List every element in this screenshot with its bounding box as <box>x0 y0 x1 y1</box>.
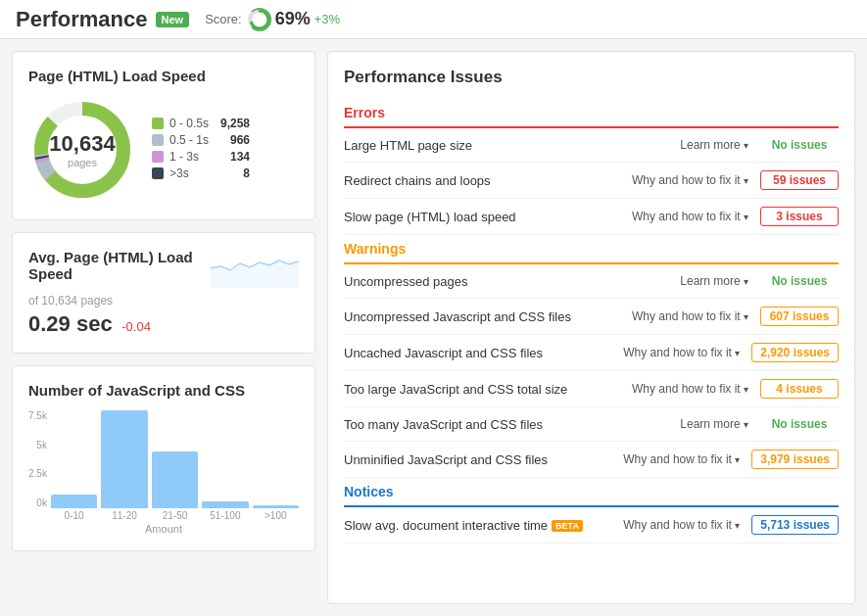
issue-link[interactable]: Why and how to fix it ▾ <box>623 518 740 532</box>
chevron-down-icon: ▾ <box>744 212 748 222</box>
issue-link[interactable]: Learn more ▾ <box>680 417 748 431</box>
bar-x-label: 0-10 <box>51 510 97 521</box>
issue-link[interactable]: Why and how to fix it ▾ <box>632 210 748 223</box>
bar-chart-area: 7.5k5k2.5k0k 0-1011-2021-5051-100>100 Am… <box>28 410 299 535</box>
legend-value: 9,258 <box>215 117 250 130</box>
chevron-down-icon: ▾ <box>735 348 740 358</box>
y-label: 7.5k <box>28 410 47 421</box>
issue-badge[interactable]: 59 issues <box>760 170 839 190</box>
legend-value: 966 <box>215 133 250 147</box>
issue-badge[interactable]: 2,920 issues <box>751 343 839 362</box>
bar <box>253 505 299 508</box>
issue-row: Slow avg. document interactive timeBETAW… <box>344 507 839 544</box>
issue-badge[interactable]: 3 issues <box>760 207 839 226</box>
issue-row: Large HTML page sizeLearn more ▾No issue… <box>344 128 839 163</box>
sparkline-wrap <box>211 249 299 291</box>
chevron-down-icon: ▾ <box>744 311 748 322</box>
issue-row: Redirect chains and loopsWhy and how to … <box>344 163 839 199</box>
issue-badge[interactable]: No issues <box>760 136 839 154</box>
bar-x-label: 51-100 <box>202 510 248 521</box>
avg-speed-title: Avg. Page (HTML) Load Speed <box>28 249 211 282</box>
donut-pages-label: pages <box>49 157 115 168</box>
legend-item: 1 - 3s 134 <box>152 150 250 164</box>
load-speed-title: Page (HTML) Load Speed <box>28 68 299 84</box>
left-panel: Page (HTML) Load Speed <box>12 51 315 604</box>
issue-name: Large HTML page size <box>344 138 680 153</box>
beta-badge: BETA <box>552 520 583 532</box>
sparkline-chart <box>211 249 299 288</box>
issue-row: Unminified JavaScript and CSS filesWhy a… <box>344 442 839 478</box>
issue-link[interactable]: Why and how to fix it ▾ <box>632 309 748 323</box>
issue-badge[interactable]: No issues <box>760 415 839 433</box>
issue-row: Uncompressed Javascript and CSS filesWhy… <box>344 299 839 335</box>
y-label: 2.5k <box>28 468 47 479</box>
chevron-down-icon: ▾ <box>735 454 740 465</box>
issue-name: Uncompressed pages <box>344 274 680 289</box>
score-percentage: 69% <box>275 9 311 29</box>
issues-section: WarningsUncompressed pagesLearn more ▾No… <box>344 235 839 478</box>
top-bar: Performance New Score: 69% +3% <box>0 0 867 39</box>
x-axis-label: Amount <box>28 523 299 535</box>
issues-section: ErrorsLarge HTML page sizeLearn more ▾No… <box>344 99 839 235</box>
y-label: 5k <box>28 440 47 450</box>
perf-issues-title: Performance Issues <box>344 68 839 87</box>
issue-badge[interactable]: No issues <box>760 272 839 290</box>
avg-delta: -0.04 <box>121 319 151 334</box>
issue-row: Too many JavaScript and CSS filesLearn m… <box>344 407 839 442</box>
chevron-down-icon: ▾ <box>735 520 740 531</box>
issue-row: Uncompressed pagesLearn more ▾No issues <box>344 264 839 299</box>
section-header: Errors <box>344 99 839 128</box>
issue-name: Too large JavaScript and CSS total size <box>344 382 632 397</box>
legend-dot <box>152 151 164 163</box>
donut-center: 10,634 pages <box>49 131 115 168</box>
issue-badge[interactable]: 3,979 issues <box>751 450 839 469</box>
y-label: 0k <box>28 498 47 508</box>
bar-x-label: 21-50 <box>152 510 198 521</box>
legend-label: 0 - 0.5s <box>169 117 209 130</box>
legend-item: 0.5 - 1s 966 <box>152 133 250 147</box>
legend-dot <box>152 134 164 146</box>
chevron-down-icon: ▾ <box>744 419 748 430</box>
main-content: Page (HTML) Load Speed <box>0 39 867 616</box>
chevron-down-icon: ▾ <box>744 276 748 287</box>
bar <box>152 451 198 508</box>
score-delta: +3% <box>314 12 340 26</box>
issue-name: Uncached Javascript and CSS files <box>344 346 623 360</box>
legend-item: 0 - 0.5s 9,258 <box>152 117 250 130</box>
issue-link[interactable]: Why and how to fix it ▾ <box>632 173 748 187</box>
legend-dot <box>152 118 164 129</box>
issue-link[interactable]: Learn more ▾ <box>680 138 748 152</box>
bar <box>51 495 97 508</box>
issues-container: ErrorsLarge HTML page sizeLearn more ▾No… <box>344 99 839 544</box>
score-circle-icon <box>248 8 271 31</box>
issue-name: Redirect chains and loops <box>344 173 632 188</box>
issue-badge[interactable]: 607 issues <box>760 307 839 326</box>
issue-badge[interactable]: 5,713 issues <box>751 515 839 535</box>
issue-link[interactable]: Why and how to fix it ▾ <box>632 382 748 396</box>
bar-chart-inner: 0-1011-2021-5051-100>100 <box>51 410 299 521</box>
issue-link[interactable]: Learn more ▾ <box>680 274 748 288</box>
legend-label: 0.5 - 1s <box>169 133 209 147</box>
bar <box>202 501 248 508</box>
issue-badge[interactable]: 4 issues <box>760 379 839 399</box>
issue-link[interactable]: Why and how to fix it ▾ <box>623 346 740 359</box>
issue-name: Slow page (HTML) load speed <box>344 210 632 224</box>
avg-card-header: Avg. Page (HTML) Load Speed of 10,634 pa… <box>28 249 299 337</box>
avg-value-row: 0.29 sec -0.04 <box>28 311 211 337</box>
avg-speed-card: Avg. Page (HTML) Load Speed of 10,634 pa… <box>12 232 315 354</box>
page-title: Performance <box>16 7 148 32</box>
avg-card-left: Avg. Page (HTML) Load Speed of 10,634 pa… <box>28 249 211 337</box>
new-badge: New <box>156 12 190 27</box>
score-label: Score: <box>205 12 242 26</box>
issue-name: Too many JavaScript and CSS files <box>344 417 680 432</box>
section-header: Notices <box>344 478 839 507</box>
js-css-card: Number of JavaScript and CSS 7.5k5k2.5k0… <box>12 365 315 551</box>
section-header: Warnings <box>344 235 839 264</box>
issues-section: NoticesSlow avg. document interactive ti… <box>344 478 839 544</box>
donut-wrap: 10,634 pages <box>28 96 136 204</box>
avg-subtitle: of 10,634 pages <box>28 294 211 308</box>
chevron-down-icon: ▾ <box>744 384 748 395</box>
issue-name: Slow avg. document interactive timeBETA <box>344 518 623 533</box>
donut-container: 10,634 pages 0 - 0.5s 9,258 0.5 - 1s 966… <box>28 96 299 204</box>
issue-link[interactable]: Why and how to fix it ▾ <box>623 452 740 466</box>
